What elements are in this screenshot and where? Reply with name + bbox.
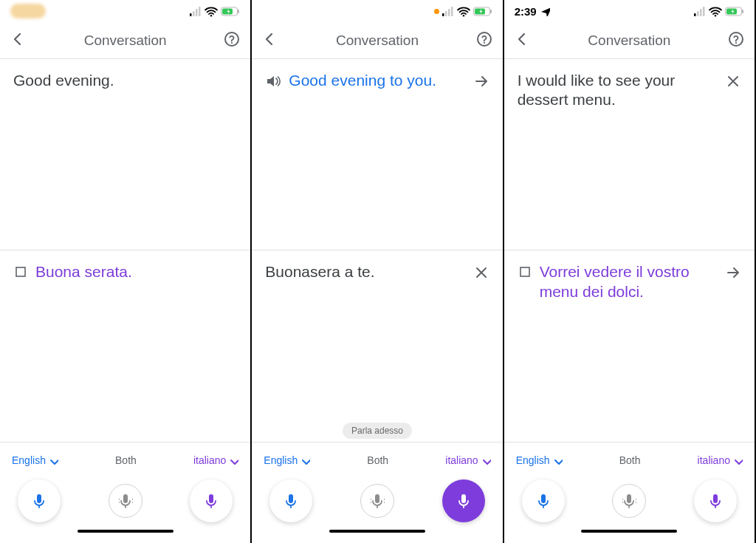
source-text: Good evening. (13, 71, 237, 90)
screen-2: 2:39 Conversation I would like to see yo… (504, 0, 756, 543)
wifi-icon (709, 6, 722, 17)
nav-bar: Conversation (252, 22, 502, 59)
source-text: I would like to see your dessert menu. (518, 71, 718, 110)
chevron-down-icon (48, 455, 58, 465)
signal-icon (190, 7, 202, 16)
mic-auto-button[interactable] (109, 484, 142, 518)
translation-panes: I would like to see your dessert menu. V… (504, 59, 755, 442)
close-icon[interactable] (473, 264, 489, 284)
expand-icon[interactable] (518, 264, 532, 282)
lang-both-button[interactable]: Both (619, 454, 641, 466)
battery-icon (221, 7, 240, 16)
back-button[interactable] (10, 31, 27, 50)
help-button[interactable] (728, 31, 744, 50)
target-text: Vorrei vedere il vostro menu dei dolci. (540, 262, 718, 301)
lang-both-button[interactable]: Both (115, 454, 137, 466)
screen-1: Conversation Good evening to you. Buonas… (252, 0, 504, 543)
target-pane[interactable]: Vorrei vedere il vostro menu dei dolci. (504, 250, 755, 441)
lang-target-label: italiano (193, 454, 226, 466)
mic-target-button[interactable] (694, 479, 737, 522)
signal-icon (694, 7, 706, 16)
lang-source-label: English (264, 454, 298, 466)
mic-auto-icon (621, 492, 637, 510)
mic-icon (535, 492, 551, 510)
mic-icon (283, 492, 299, 510)
speaker-icon[interactable] (265, 73, 281, 92)
mic-source-button[interactable] (269, 479, 312, 522)
lang-target-button[interactable]: italiano (445, 454, 490, 466)
recording-dot-icon (434, 9, 439, 14)
lang-source-button[interactable]: English (516, 454, 563, 466)
translation-panes: Good evening to you. Buonasera a te. Par… (252, 59, 502, 442)
status-bar: 2:39 (504, 0, 755, 22)
mic-source-button[interactable] (522, 479, 565, 522)
page-title: Conversation (504, 33, 755, 49)
help-button[interactable] (224, 31, 240, 50)
battery-icon (473, 7, 492, 16)
mic-auto-icon (369, 492, 385, 510)
battery-icon (725, 7, 744, 16)
nav-bar: Conversation (504, 22, 755, 59)
wifi-icon (205, 6, 218, 17)
target-text: Buona serata. (35, 262, 237, 281)
page-title: Conversation (252, 33, 502, 49)
chevron-down-icon (300, 455, 310, 465)
mic-auto-button[interactable] (612, 484, 646, 518)
chevron-down-icon (481, 455, 491, 465)
translation-panes: Good evening. Buona serata. (0, 59, 250, 442)
source-pane[interactable]: I would like to see your dessert menu. (504, 59, 755, 250)
back-button[interactable] (515, 31, 531, 50)
target-pane[interactable]: Buonasera a te. Parla adesso (252, 250, 502, 441)
help-button[interactable] (476, 31, 492, 50)
chevron-down-icon (228, 455, 238, 465)
lang-both-button[interactable]: Both (367, 454, 388, 466)
page-title: Conversation (0, 33, 250, 49)
close-icon[interactable] (725, 73, 741, 92)
screen-0: Conversation Good evening. Buona serata.… (0, 0, 252, 543)
chevron-down-icon (552, 455, 563, 465)
source-pane[interactable]: Good evening. (0, 59, 250, 250)
home-indicator[interactable] (581, 530, 677, 533)
chevron-down-icon (732, 455, 743, 465)
arrow-right-icon[interactable] (725, 264, 741, 284)
bottom-bar: English Both italiano (504, 442, 755, 544)
mic-icon (707, 492, 724, 510)
lang-source-label: English (12, 454, 46, 466)
target-pane[interactable]: Buona serata. (0, 250, 250, 441)
expand-icon[interactable] (13, 264, 28, 282)
source-text: Good evening to you. (289, 71, 465, 90)
lang-source-button[interactable]: English (12, 454, 58, 466)
speak-now-hint: Parla adesso (343, 423, 412, 439)
signal-icon (442, 7, 454, 16)
arrow-right-icon[interactable] (473, 73, 489, 92)
mic-icon (456, 492, 472, 510)
lang-target-button[interactable]: italiano (698, 454, 743, 466)
mic-source-button[interactable] (18, 479, 61, 522)
mic-icon (203, 492, 219, 510)
home-indicator[interactable] (78, 530, 173, 533)
bottom-bar: English Both italiano (252, 442, 502, 544)
status-time-blur (10, 4, 46, 18)
mic-target-button[interactable] (442, 479, 485, 522)
lang-source-button[interactable]: English (264, 454, 310, 466)
mic-auto-icon (117, 492, 134, 510)
lang-target-label: italiano (445, 454, 478, 466)
wifi-icon (457, 6, 470, 17)
mic-auto-button[interactable] (360, 484, 394, 518)
bottom-bar: English Both italiano (0, 442, 250, 544)
lang-target-button[interactable]: italiano (193, 454, 238, 466)
home-indicator[interactable] (329, 530, 425, 533)
source-pane[interactable]: Good evening to you. (252, 59, 502, 250)
lang-target-label: italiano (698, 454, 730, 466)
back-button[interactable] (262, 31, 278, 50)
status-bar (252, 0, 502, 22)
lang-source-label: English (516, 454, 550, 466)
mic-target-button[interactable] (190, 479, 233, 522)
status-bar (0, 0, 250, 22)
nav-bar: Conversation (0, 22, 250, 59)
target-text: Buonasera a te. (265, 262, 465, 281)
status-time: 2:39 (515, 5, 537, 18)
mic-icon (31, 492, 47, 510)
location-icon (540, 6, 550, 16)
